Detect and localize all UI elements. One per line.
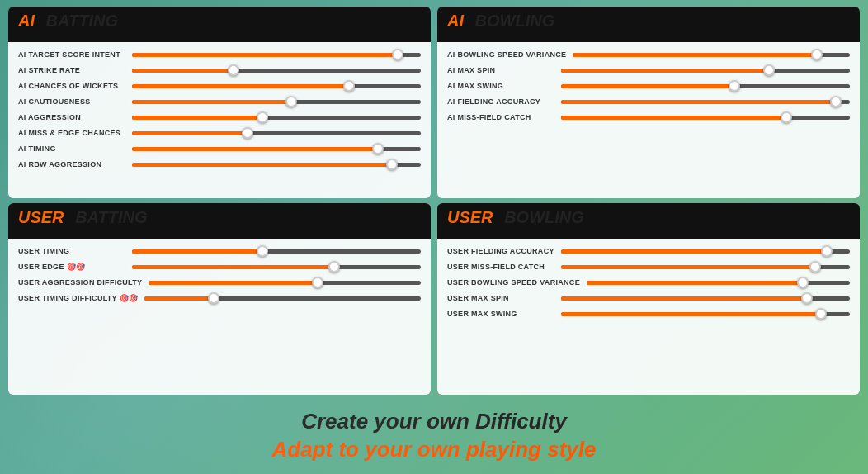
panels-row-2: USER BATTING USER TIMINGUSER EDGE 🎯🎯USER… — [0, 203, 868, 400]
slider-thumb[interactable] — [242, 127, 253, 139]
slider-label: AI CAUTIOUSNESS — [18, 97, 125, 106]
slider-track[interactable] — [561, 64, 850, 76]
slider-track[interactable] — [132, 49, 421, 60]
user-batting-title: USER BATTING — [18, 208, 148, 227]
slider-label: AI MISS-FIELD CATCH — [447, 113, 554, 121]
slider-fill — [144, 296, 214, 301]
slider-thumb[interactable] — [801, 292, 813, 304]
slider-row: USER MAX SPIN — [447, 292, 850, 304]
slider-thumb[interactable] — [386, 159, 398, 170]
slider-fill — [132, 69, 234, 73]
slider-fill — [132, 131, 248, 135]
slider-fill — [132, 53, 398, 57]
slider-thumb[interactable] — [257, 245, 268, 257]
slider-track[interactable] — [561, 292, 850, 304]
slider-thumb[interactable] — [257, 111, 268, 123]
slider-label: AI TARGET SCORE INTENT — [18, 50, 125, 59]
slider-track[interactable] — [561, 245, 850, 257]
slider-track[interactable] — [132, 96, 421, 107]
slider-thumb[interactable] — [343, 80, 355, 92]
ai-batting-panel: AI BATTING AI TARGET SCORE INTENTAI STRI… — [8, 7, 431, 198]
ai-bowling-prefix: AI — [447, 12, 464, 31]
user-batting-prefix: USER — [18, 208, 64, 227]
slider-row: AI TARGET SCORE INTENT — [18, 49, 421, 60]
slider-label: AI FIELDING ACCURACY — [447, 97, 554, 106]
slider-label: AI TIMING — [18, 145, 125, 153]
panels-row: AI BATTING AI TARGET SCORE INTENTAI STRI… — [0, 0, 868, 203]
slider-thumb[interactable] — [811, 49, 823, 60]
slider-fill — [587, 281, 803, 285]
slider-thumb[interactable] — [809, 261, 821, 273]
slider-track[interactable] — [561, 96, 850, 107]
slider-thumb[interactable] — [830, 96, 842, 107]
user-batting-panel: USER BATTING USER TIMINGUSER EDGE 🎯🎯USER… — [8, 203, 431, 395]
slider-thumb[interactable] — [729, 80, 740, 92]
slider-thumb[interactable] — [821, 245, 833, 257]
slider-label: AI MAX SPIN — [447, 66, 554, 74]
slider-row: USER BOWLING SPEED VARIANCE — [447, 277, 850, 288]
slider-fill — [149, 281, 317, 285]
slider-track[interactable] — [132, 143, 421, 154]
slider-fill — [132, 116, 262, 120]
slider-row: USER FIELDING ACCURACY — [447, 245, 850, 257]
slider-track[interactable] — [132, 159, 421, 170]
user-bowling-sliders: USER FIELDING ACCURACYUSER MISS-FIELD CA… — [447, 245, 850, 320]
slider-fill — [561, 265, 815, 269]
slider-label: USER TIMING DIFFICULTY 🎯🎯 — [18, 294, 138, 302]
slider-track[interactable] — [132, 261, 421, 273]
slider-fill — [561, 69, 769, 73]
slider-row: AI MAX SPIN — [447, 64, 850, 76]
slider-fill — [561, 84, 734, 88]
slider-thumb[interactable] — [781, 111, 792, 123]
slider-thumb[interactable] — [208, 292, 219, 304]
slider-fill — [132, 163, 392, 167]
slider-row: USER TIMING DIFFICULTY 🎯🎯 — [18, 292, 421, 304]
slider-track[interactable] — [132, 64, 421, 76]
slider-label: USER AGGRESSION DIFFICULTY — [18, 278, 142, 287]
slider-track[interactable] — [132, 245, 421, 257]
slider-thumb[interactable] — [815, 308, 827, 320]
slider-row: AI MISS-FIELD CATCH — [447, 111, 850, 123]
slider-thumb[interactable] — [328, 261, 340, 273]
user-bowling-title: USER BOWLING — [447, 208, 584, 227]
slider-thumb[interactable] — [285, 96, 297, 107]
user-batting-title-bar: USER BATTING — [8, 203, 431, 239]
slider-track[interactable] — [132, 111, 421, 123]
user-bowling-title-bar: USER BOWLING — [437, 203, 860, 239]
user-bowling-panel: USER BOWLING USER FIELDING ACCURACYUSER … — [437, 203, 860, 395]
slider-track[interactable] — [149, 277, 421, 288]
slider-track[interactable] — [144, 292, 421, 304]
user-batting-sliders: USER TIMINGUSER EDGE 🎯🎯USER AGGRESSION D… — [18, 245, 421, 304]
slider-label: AI RBW AGGRESSION — [18, 160, 125, 168]
slider-fill — [573, 53, 816, 57]
slider-fill — [561, 296, 807, 301]
slider-track[interactable] — [132, 127, 421, 139]
slider-thumb[interactable] — [228, 64, 239, 76]
slider-track[interactable] — [561, 261, 850, 273]
slider-label: AI AGGRESSION — [18, 113, 125, 121]
ai-batting-prefix: AI — [18, 12, 35, 31]
slider-track[interactable] — [561, 308, 850, 320]
slider-thumb[interactable] — [763, 64, 775, 76]
slider-row: AI TIMING — [18, 143, 421, 154]
slider-label: USER FIELDING ACCURACY — [447, 247, 554, 255]
slider-thumb[interactable] — [372, 143, 384, 154]
slider-label: AI CHANCES OF WICKETS — [18, 82, 125, 90]
slider-row: AI CAUTIOUSNESS — [18, 96, 421, 107]
slider-track[interactable] — [587, 277, 850, 288]
slider-row: AI BOWLING SPEED VARIANCE — [447, 49, 850, 60]
slider-fill — [132, 265, 334, 269]
slider-track[interactable] — [561, 111, 850, 123]
slider-row: AI MAX SWING — [447, 80, 850, 92]
slider-track[interactable] — [573, 49, 850, 60]
slider-track[interactable] — [561, 80, 850, 92]
ai-batting-sliders: AI TARGET SCORE INTENTAI STRIKE RATEAI C… — [18, 49, 421, 170]
slider-row: AI AGGRESSION — [18, 111, 421, 123]
slider-track[interactable] — [132, 80, 421, 92]
slider-thumb[interactable] — [312, 277, 323, 288]
slider-thumb[interactable] — [797, 277, 809, 288]
slider-thumb[interactable] — [392, 49, 403, 60]
user-batting-suffix: BATTING — [75, 208, 147, 227]
ai-batting-title: AI BATTING — [18, 12, 118, 31]
bottom-line2: Adapt to your own playing style — [0, 436, 868, 464]
